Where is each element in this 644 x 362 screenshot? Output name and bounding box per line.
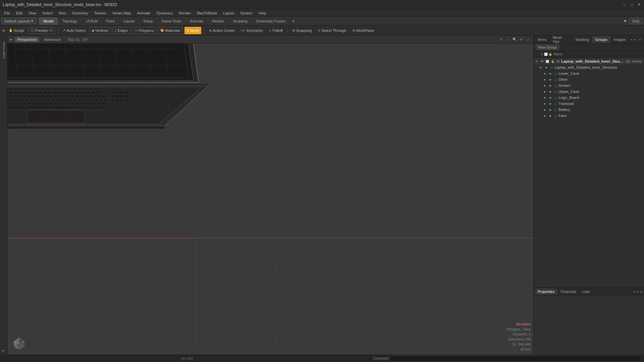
left-collapse-btn[interactable]: ▶: [1, 347, 7, 353]
edges-tool[interactable]: ╱ Edges: [113, 27, 130, 34]
tab-schematic-fusion[interactable]: Schematic Fusion: [252, 17, 289, 25]
close-btn[interactable]: ✕: [637, 2, 641, 7]
viewport-settings-btn[interactable]: ⚙: [519, 37, 524, 42]
tree-item-logic-board[interactable]: ▶ ◉ △ Logic_Board: [534, 95, 644, 101]
expand-fans[interactable]: ▶: [543, 114, 547, 118]
expand-logic-board[interactable]: ▶: [543, 96, 547, 100]
3d-viewport[interactable]: No Items Polygons : Face Channels: 0 Def…: [7, 44, 533, 355]
tab-game-tools[interactable]: Game Tools: [158, 17, 185, 25]
trackpad-vis[interactable]: ◉: [548, 101, 552, 106]
props-tab-lists[interactable]: Lists: [580, 289, 593, 295]
tab-setup[interactable]: Setup: [139, 17, 157, 25]
polygons-tool[interactable]: ⬡ Polygons: [132, 27, 156, 34]
action-center-tool[interactable]: ⊕ Action Center: [207, 27, 237, 34]
expand-laptop[interactable]: ▶: [539, 65, 543, 69]
tab-animate[interactable]: Animate: [186, 17, 207, 25]
menu-item[interactable]: Item: [56, 10, 68, 16]
viewport-search-btn[interactable]: 🔍: [512, 37, 517, 42]
auto-select-tool[interactable]: ↗ Auto Select: [61, 27, 87, 34]
snapping-tool[interactable]: ⊞ Snapping: [290, 27, 314, 34]
menu-animate[interactable]: Animate: [134, 10, 153, 16]
root-lock-icon[interactable]: 🔒: [550, 59, 555, 64]
props-tab-channels[interactable]: Channels: [558, 289, 579, 295]
menu-edit[interactable]: Edit: [13, 10, 25, 16]
props-resize-larger[interactable]: ▸: [636, 290, 639, 293]
tab-topology[interactable]: Topology: [58, 17, 81, 25]
add-panel-tab-btn[interactable]: +: [637, 37, 643, 42]
menu-maxtomode[interactable]: MaxToModo: [194, 10, 220, 16]
tree-item-screen[interactable]: ▶ ◉ △ Screen: [534, 82, 644, 88]
expand-battery[interactable]: ▶: [543, 108, 547, 112]
battery-vis[interactable]: ◉: [548, 107, 552, 112]
add-props-tab-btn[interactable]: +: [640, 289, 643, 294]
viewport-ray-gl[interactable]: Ray GL: Off: [65, 37, 90, 42]
viewport-collapse-arrow[interactable]: ▶: [10, 38, 13, 41]
panel-resize-larger[interactable]: ▸: [634, 38, 637, 41]
tree-item-battery[interactable]: ▶ ◉ △ Battery: [534, 107, 644, 113]
viewport-home-btn[interactable]: ⌂: [505, 37, 511, 42]
add-layout-tab-btn[interactable]: +: [290, 18, 297, 24]
items-tool[interactable]: ☰ Items: [184, 27, 201, 34]
menu-view[interactable]: View: [26, 10, 39, 16]
menu-layout[interactable]: Layout: [220, 10, 237, 16]
menu-system[interactable]: System: [237, 10, 255, 16]
menu-file[interactable]: File: [1, 10, 13, 16]
tab-scripting[interactable]: Scripting: [229, 17, 252, 25]
menu-vertex-map[interactable]: Vertex Map: [110, 10, 134, 16]
lower-case-vis[interactable]: ◉: [548, 71, 552, 76]
laptop-vis-icon[interactable]: ◉: [544, 65, 548, 70]
groups-tree[interactable]: ▼ 👁 ⬜ 🔒 ⊞ Laptop_with_Detailed_Inner_Str…: [534, 58, 644, 288]
tree-root-item[interactable]: ▼ 👁 ⬜ 🔒 ⊞ Laptop_with_Detailed_Inner_Str…: [534, 58, 644, 64]
root-vis-icon[interactable]: 👁: [540, 59, 544, 64]
tab-paint[interactable]: Paint: [102, 17, 119, 25]
expand-screen[interactable]: ▶: [543, 83, 547, 87]
select-through-tool[interactable]: ⊙ Select Through: [316, 27, 348, 34]
only-button[interactable]: Only: [629, 18, 643, 24]
default-layouts-dropdown[interactable]: Default Layouts ▾: [1, 18, 36, 24]
expand-lower-case[interactable]: ▶: [543, 71, 547, 75]
materials-tool[interactable]: 🎨 Materials: [158, 27, 182, 34]
screen-vis[interactable]: ◉: [548, 83, 552, 88]
menu-help[interactable]: Help: [256, 10, 269, 16]
new-group-button[interactable]: New Group: [536, 45, 559, 50]
tree-item-upper-case[interactable]: ▶ ◉ △ Upper_Case: [534, 88, 644, 95]
viewport-reset-btn[interactable]: ↺: [498, 37, 504, 42]
right-tab-images[interactable]: Images: [611, 36, 629, 43]
logic-board-vis[interactable]: ◉: [548, 95, 552, 100]
viewport-tab-perspective[interactable]: Perspective: [15, 37, 39, 42]
right-tab-groups[interactable]: Groups: [592, 36, 610, 43]
viewport-tab-advanced[interactable]: Advanced: [41, 37, 63, 42]
root-render-icon[interactable]: ⬜: [545, 59, 550, 64]
upper-case-vis[interactable]: ◉: [548, 89, 552, 94]
sculpt-tool[interactable]: ✋ Sculpt: [7, 27, 26, 34]
tree-item-lower-case[interactable]: ▶ ◉ △ Lower_Case: [534, 70, 644, 76]
command-input[interactable]: [390, 356, 641, 362]
viewport-expand-btn[interactable]: ⤢: [525, 37, 531, 42]
other-vis[interactable]: ◉: [548, 77, 552, 82]
tree-expand-root[interactable]: ▼: [535, 59, 539, 63]
expand-other[interactable]: ▶: [543, 77, 547, 81]
tab-render[interactable]: Render: [208, 17, 228, 25]
menu-texture[interactable]: Texture: [92, 10, 109, 16]
falloff-tool[interactable]: ∿ Falloff: [267, 27, 285, 34]
right-tab-mesh-ops[interactable]: Mesh Ops: [550, 36, 572, 43]
minimize-btn[interactable]: ─: [622, 2, 627, 7]
tree-item-fans[interactable]: ▶ ◉ △ Fans: [534, 113, 644, 119]
fans-vis[interactable]: ◉: [548, 113, 552, 118]
tab-layout[interactable]: Layout: [119, 17, 139, 25]
tree-item-other[interactable]: ▶ ◉ △ Other: [534, 76, 644, 82]
tab-uvedit[interactable]: UVEdit: [82, 17, 101, 25]
right-tab-items[interactable]: Items: [535, 36, 549, 43]
menu-geometry[interactable]: Geometry: [69, 10, 91, 16]
right-tab-shading[interactable]: Shading: [573, 36, 591, 43]
tree-item-laptop[interactable]: ▶ ◉ △ Laptop_with_Detailed_Inner_Structu…: [534, 64, 644, 70]
tab-model[interactable]: Model: [39, 17, 58, 25]
menu-dynamics[interactable]: Dynamics: [154, 10, 175, 16]
menu-select[interactable]: Select: [40, 10, 55, 16]
symmetry-tool[interactable]: ⟺ Symmetry: [239, 27, 265, 34]
expand-trackpad[interactable]: ▶: [543, 102, 547, 106]
left-tool-sculpt-presets[interactable]: Sculpt Presets: [1, 37, 6, 64]
workplane-tool[interactable]: ⊟ WorkPlane: [351, 27, 376, 34]
panel-resize-smaller[interactable]: ◂: [630, 38, 633, 41]
props-resize-smaller[interactable]: ◂: [633, 290, 636, 293]
